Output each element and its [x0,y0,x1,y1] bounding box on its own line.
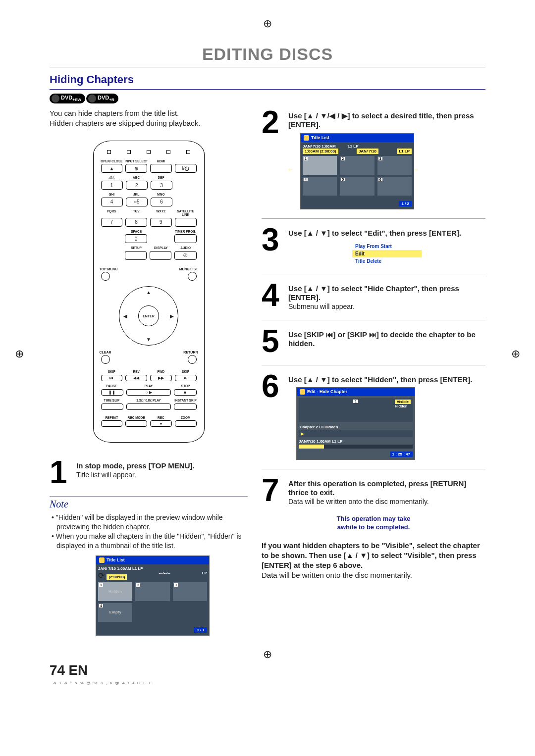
stop-button[interactable]: ■ [174,389,197,396]
edit-menu: Play From Start Edit Title Delete [352,243,422,265]
timer-prog-button[interactable] [174,234,197,243]
footer-code: & 1 & " 6 % @ % 3 , 6 @ & / J O E E [54,681,153,685]
intro-line-1: You can hide chapters from the title lis… [50,108,248,118]
audio-button[interactable]: ⦾ [174,251,196,260]
menu-title-delete: Title Delete [352,257,422,265]
step-5-instruction: Use [SKIP ⏮] or [SKIP ⏭] to decide the c… [288,330,476,348]
title-list-osd: Title List JAN/ 7/10 1:00AML1 LP 1:00AM … [300,133,414,209]
step-number: 5 [262,327,284,356]
dvd-rw-badge: DVD+RW [50,94,85,103]
step-divider [262,469,485,469]
step-1-instruction: In stop mode, press [TOP MENU]. [76,461,195,470]
menu-play-from-start: Play From Start [352,243,422,250]
key-5[interactable]: ○5 [126,198,148,206]
thumb-3: 3 [173,582,207,601]
note-item-1: "Hidden" will be displayed in the previe… [56,513,248,532]
return-button[interactable] [188,355,197,364]
key-2[interactable]: 2 [126,181,148,190]
top-menu-button[interactable] [101,272,110,281]
step-4: 4 Use [▲ / ▼] to select "Hide Chapter", … [262,281,485,311]
fwd-button[interactable]: ▶▶ [150,375,172,381]
var-play-button[interactable] [126,403,171,410]
thumb-4: 4Empty [98,603,132,622]
section-title: Hiding Chapters [50,73,485,86]
pause-button[interactable]: ❚❚ [101,389,124,396]
thumb-2: 2 [340,156,374,175]
thumb-1: 1 [303,156,337,175]
key-4[interactable]: 4 [101,198,123,206]
page-lang: EN [68,662,88,678]
left-arrow-icon: ⇦ [288,167,292,172]
crop-mark-right: ⊕ [511,348,520,360]
satellite-link-button[interactable] [175,218,197,227]
step-divider [262,274,485,274]
edit-hide-chapter-osd: Edit - Hide Chapter 1 Visible Hidden Cha… [296,387,415,460]
setup-button[interactable] [125,251,147,260]
thumb-5: 5 [340,177,374,196]
step-2: 2 Use [▲ / ▼/◀ / ▶] to select a desired … [262,108,485,209]
title-list-hidden-preview: Title List JAN/ 7/10 1:00AM L1 LP ⟳ (2:0… [96,555,210,636]
section-rule [50,89,485,90]
menu-list-button[interactable] [188,272,197,281]
menu-edit: Edit [352,250,422,257]
list-icon [300,389,305,395]
visible-instruction-sub: Data will be written onto the disc momen… [262,570,485,580]
step-number: 2 [262,108,284,209]
enter-button[interactable]: ENTER [138,305,159,326]
key-3[interactable]: 3 [151,181,172,190]
note-rule [50,496,248,497]
step-divider [262,218,485,219]
thumb-1: 1Hidden [98,582,132,601]
note-title: Note [50,499,248,510]
nav-pad[interactable]: ▲▼ ◀▶ ENTER [119,286,178,346]
step-4-sub: Submenu will appear. [288,302,355,310]
input-select-button[interactable]: ⊕ [125,164,147,173]
intro-line-2: Hidden chapters are skipped during playb… [50,118,248,128]
key-8[interactable]: 8 [125,218,147,227]
display-button[interactable] [150,251,171,260]
step-number: 6 [262,372,284,460]
zoom-button[interactable] [175,420,197,427]
open-close-button[interactable]: ▲ [101,164,123,173]
skip-fwd-button[interactable]: ⏭ [175,375,197,381]
list-icon [99,557,105,563]
step-1-sub: Title list will appear. [76,471,136,479]
thumb-4: 4 [303,177,337,196]
instant-skip-button[interactable] [174,403,197,410]
crop-mark-bottom: ⊕ [263,648,272,661]
key-0[interactable]: 0 [125,234,147,243]
step-3-instruction: Use [▲ / ▼] to select "Edit", then press… [288,229,461,237]
thumb-6: 6 [377,177,412,196]
step-1: 1 In stop mode, press [TOP MENU]. Title … [50,458,248,487]
dvd-r-badge: DVD+R [86,94,118,103]
step-5: 5 Use [SKIP ⏮] or [SKIP ⏭] to decide the… [262,327,485,356]
step-7-sub: Data will be written onto the disc momen… [288,498,429,505]
step-number: 3 [262,226,284,265]
step-6-instruction: Use [▲ / ▼] to select "Hidden", then pre… [288,375,472,384]
page-title: EDITING DISCS [50,45,485,64]
key-6[interactable]: 6 [151,198,172,206]
step-7-instruction: After this operation is completed, press… [288,479,466,497]
key-9[interactable]: 9 [150,218,172,227]
step-7: 7 After this operation is completed, pre… [262,476,485,506]
time-slip-button[interactable] [101,403,124,410]
step-4-instruction: Use [▲ / ▼] to select "Hide Chapter", th… [288,284,459,302]
skip-back-button[interactable]: ⏮ [101,375,123,381]
step-divider [262,320,485,320]
hdmi-button[interactable] [150,164,172,173]
visible-option: Visible [395,400,411,404]
step-2-instruction: Use [▲ / ▼/◀ / ▶] to select a desired ti… [288,111,474,129]
step-number: 1 [50,458,72,487]
rev-button[interactable]: ◀◀ [125,375,147,381]
key-7[interactable]: 7 [101,218,123,227]
key-1[interactable]: 1 [101,181,123,190]
power-button[interactable]: I/⏻ [175,164,197,173]
play-button[interactable]: ○ ▶ [126,389,171,396]
step-number: 4 [262,281,284,311]
clear-button[interactable] [101,355,110,364]
thumb-3: 3 [377,156,412,175]
crop-mark-top: ⊕ [263,17,272,30]
rec-mode-button[interactable] [125,420,147,427]
rec-button[interactable]: ● [150,420,172,427]
repeat-button[interactable] [101,420,123,427]
